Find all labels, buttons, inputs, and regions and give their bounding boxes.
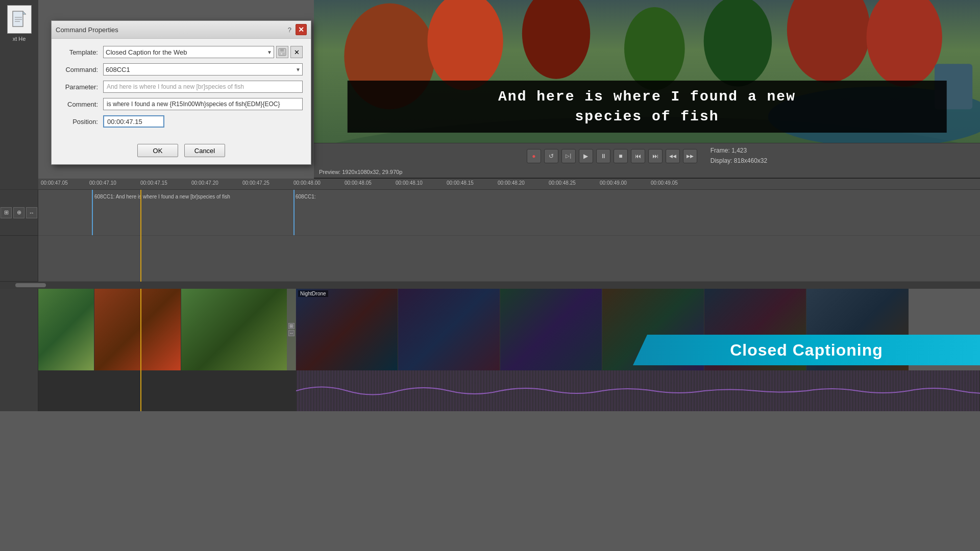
svg-point-16 (624, 7, 685, 90)
stop-button[interactable]: ■ (614, 149, 628, 163)
comment-row: Comment: is where I found a new {R15In00… (60, 98, 303, 110)
dialog-body: Template: Closed Caption for the Web ▼ (52, 39, 311, 140)
frame-label: Frame: (710, 147, 730, 154)
template-select-wrapper: Closed Caption for the Web ▼ (103, 46, 274, 58)
pause-button[interactable]: ⏸ (596, 149, 610, 163)
video-scene: And here is where I found a new species … (314, 0, 980, 143)
frame-value: 1,423 (731, 147, 747, 154)
ruler-tick-11: 00:00:48.25 (549, 180, 576, 186)
template-row: Template: Closed Caption for the Web ▼ (60, 46, 303, 58)
command-control: 608CC1 ▼ (103, 63, 303, 76)
h-scrollbar[interactable] (0, 282, 980, 289)
ok-button[interactable]: OK (137, 144, 178, 157)
caption-line2: species of fish (357, 107, 937, 127)
go-end-button[interactable]: ⏭ (648, 149, 663, 163)
command-select-wrapper: 608CC1 ▼ (103, 63, 303, 76)
next-frame-button[interactable]: ▶▶ (683, 149, 697, 163)
dialog-close-button[interactable]: ✕ (296, 24, 307, 35)
command-label: Command: (60, 66, 103, 73)
waveform-bars (296, 381, 980, 401)
prev-frame-button[interactable]: ◀◀ (666, 149, 680, 163)
ruler-tick-12: 00:00:49.00 (600, 180, 627, 186)
comment-label: Comment: (60, 101, 103, 108)
track-tool-2[interactable]: ⊕ (13, 207, 24, 218)
track-tool-3[interactable]: ↔ (26, 207, 37, 218)
ruler-tick-7: 00:00:48.05 (345, 180, 372, 186)
svg-rect-8 (281, 53, 282, 55)
position-control (103, 115, 303, 128)
frame-info: Frame: 1,423 Display: 818x460x32 (710, 146, 767, 165)
track-labels: ⊞ ⊕ ↔ (0, 190, 38, 282)
ruler-tick-10: 00:00:48.20 (498, 180, 525, 186)
clear-template-button[interactable]: ✕ (290, 46, 303, 58)
caption-overlay: And here is where I found a new species … (347, 81, 947, 133)
waveform-area (0, 370, 980, 411)
position-row: Position: (60, 115, 303, 128)
night-drone-clip: NightDrone Closed Captioning (296, 289, 980, 370)
playhead-waveform (140, 370, 141, 411)
cc-banner: Closed Captioning (633, 335, 980, 365)
parameter-control: And here is where I found a new [br]spec… (103, 81, 303, 93)
clip-resize-handle[interactable]: ⊞ ↔ (287, 289, 296, 370)
template-label: Template: (60, 48, 103, 56)
h-scrollbar-thumb[interactable] (15, 283, 46, 287)
position-input[interactable] (103, 115, 164, 128)
comment-input[interactable]: is where I found a new {R15In00Wh}specie… (103, 98, 303, 110)
cancel-button[interactable]: Cancel (184, 144, 225, 157)
dialog-title: Command Properties (56, 26, 118, 34)
video-track-content: ⊞ ↔ NightDrone Closed Captioning (38, 289, 980, 370)
display-value: 818x460x32 (734, 157, 767, 164)
sidebar-xt-label: xt He (13, 36, 26, 42)
caption-clip-label-2: 608CC1: (296, 194, 315, 199)
cc-banner-text: Closed Captioning (730, 341, 883, 360)
timeline-tracks: ⊞ ⊕ ↔ 608CC1: And here is where I found … (0, 190, 980, 282)
go-start-button[interactable]: ⏮ (631, 149, 645, 163)
playhead-video (140, 289, 141, 370)
caption-track-row-1: 608CC1: And here is where I found a new … (38, 190, 980, 236)
track-label-2 (0, 236, 38, 282)
step-forward-button[interactable]: ▷| (561, 149, 576, 163)
video-track-area: ⊞ ↔ NightDrone Closed Captioning (0, 289, 980, 370)
ruler-tick-8: 00:00:48.10 (396, 180, 423, 186)
waveform-track (38, 370, 980, 411)
help-button[interactable]: ? (286, 26, 293, 34)
comment-control: is where I found a new {R15In00Wh}specie… (103, 98, 303, 110)
track-tools: ⊞ ⊕ ↔ (1, 207, 37, 218)
command-properties-dialog: Command Properties ? ✕ Template: Clos (51, 20, 311, 165)
caption-clip-label: 608CC1: And here is where I found a new … (94, 194, 230, 199)
track-tool-1[interactable]: ⊞ (1, 207, 12, 218)
svg-point-17 (704, 0, 772, 87)
display-label: Display: (710, 157, 732, 164)
svg-marker-1 (23, 11, 26, 14)
command-select[interactable]: 608CC1 (103, 63, 303, 76)
save-template-button[interactable] (276, 46, 288, 58)
waveform-track-label (0, 370, 38, 411)
template-select[interactable]: Closed Caption for the Web (103, 46, 274, 58)
parameter-input[interactable]: And here is where I found a new [br]spec… (103, 81, 303, 93)
transport-controls: ● ↺ ▷| ▶ ⏸ ■ ⏮ ⏭ ◀◀ ▶▶ Frame: 1,423 Disp… (314, 143, 980, 168)
ruler-tick-9: 00:00:48.15 (447, 180, 474, 186)
timeline: 00:00:47.05 00:00:47.10 00:00:47.15 00:0… (0, 179, 980, 551)
caption-line1: And here is where I found a new (357, 87, 937, 107)
caption-track-row-2 (38, 236, 980, 282)
file-icon (7, 5, 32, 34)
play-button[interactable]: ▶ (579, 149, 593, 163)
record-button[interactable]: ● (527, 149, 541, 163)
night-drone-label: NightDrone (298, 290, 328, 297)
parameter-label: Parameter: (60, 83, 103, 91)
video-preview: And here is where I found a new species … (314, 0, 980, 179)
dialog-titlebar: Command Properties ? ✕ (52, 21, 311, 39)
parameter-row: Parameter: And here is where I found a n… (60, 81, 303, 93)
day-video-clip: ⊞ ↔ (38, 289, 296, 370)
caption-start-marker-2 (293, 190, 295, 235)
caption-start-marker-1 (92, 190, 93, 235)
dialog-controls: ? ✕ (286, 24, 307, 35)
ruler-tick-13: 00:00:49.05 (651, 180, 678, 186)
position-label: Position: (60, 118, 103, 126)
preview-info-bar: Preview: 1920x1080x32, 29.970p (314, 166, 980, 178)
video-track-label (0, 289, 38, 370)
playhead (140, 190, 141, 282)
template-control: Closed Caption for the Web ▼ (103, 46, 303, 58)
track-label-1: ⊞ ⊕ ↔ (0, 190, 38, 236)
refresh-button[interactable]: ↺ (544, 149, 558, 163)
